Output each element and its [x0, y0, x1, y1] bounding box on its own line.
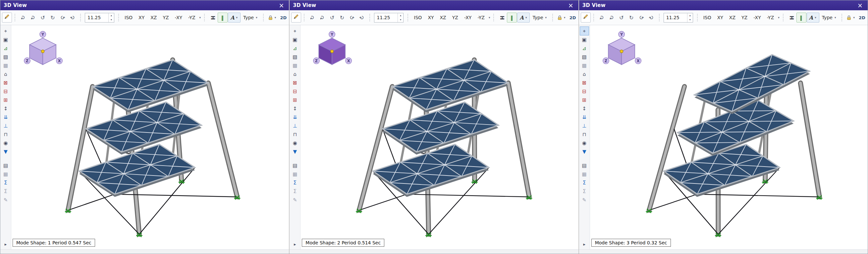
view-minusyz-button[interactable]: -YZ [185, 12, 198, 23]
views-more-icon[interactable]: ▾ [777, 16, 780, 19]
more-tools-icon[interactable]: ▸ [1, 240, 10, 248]
view-iso-button[interactable]: ISO [411, 12, 425, 23]
axis-x-bubble[interactable]: X [56, 58, 63, 64]
node-labels-toggle-icon[interactable]: ⊠ [580, 78, 589, 87]
view-xy-button[interactable]: XY [425, 12, 437, 23]
zoom-decrement-icon[interactable]: ▾ [398, 18, 403, 22]
view-minusxy-button[interactable]: -XY [172, 12, 186, 23]
axis-x-bubble[interactable]: X [345, 58, 352, 64]
titlebar[interactable]: 3D View × [579, 0, 868, 10]
view-yz-button[interactable]: YZ [449, 12, 461, 23]
annotate-cursor-button[interactable] [2, 12, 12, 23]
visibility-toggle-icon[interactable]: ◉ [290, 139, 299, 147]
more-tools-icon[interactable]: ▸ [580, 240, 589, 248]
result-table-icon[interactable]: ▤ [580, 161, 589, 169]
zoom-decrement-icon[interactable]: ▾ [108, 18, 114, 22]
beam-labels-toggle-icon[interactable]: ⊟ [580, 87, 589, 95]
spin-clockwise-button[interactable]: ↻ [644, 10, 658, 25]
plate-labels-toggle-icon[interactable]: ⊞ [580, 96, 589, 104]
section-shape-button[interactable]: H [497, 12, 506, 23]
rotate-up-button[interactable]: ↻ [597, 12, 607, 23]
view-minusyz-button[interactable]: -YZ [764, 12, 777, 23]
supports-toggle-icon[interactable]: ⊥ [1, 122, 10, 130]
edit-tool-icon[interactable]: ✎ [290, 196, 299, 204]
supports-toggle-icon[interactable]: ⊥ [580, 122, 589, 130]
dimension-toggle-icon[interactable]: ↕ [1, 104, 10, 113]
visibility-toggle-icon[interactable]: ◉ [1, 139, 10, 147]
structure-query-icon[interactable]: ⌂ [290, 70, 299, 78]
sum-forces-icon[interactable]: Σ [290, 179, 299, 187]
type-dropdown[interactable]: Type ▾ [819, 12, 839, 23]
loads-toggle-icon[interactable]: ⇊ [290, 113, 299, 121]
zoom-spinner[interactable]: 11.25 ▴ ▾ [374, 13, 404, 23]
plate-labels-toggle-icon[interactable]: ⊞ [1, 96, 10, 104]
lock-view-toggle-icon[interactable]: ⊓ [1, 130, 10, 138]
node-display-icon[interactable]: ▣ [580, 35, 589, 44]
annotate-cursor-button[interactable] [291, 12, 301, 23]
supports-toggle-icon[interactable]: ⊥ [290, 122, 299, 130]
view-xy-button[interactable]: XY [714, 12, 726, 23]
annotation-style-button[interactable]: A ▾ [228, 12, 241, 23]
node-display-icon[interactable]: ▣ [1, 35, 10, 44]
rotate-left-button[interactable]: ↺ [617, 12, 626, 23]
viewport-3d[interactable]: Y X Z Mode Shape: 3 Period 0.32 Sec [590, 25, 868, 249]
result-table-icon[interactable]: ▤ [290, 161, 299, 169]
structure-query-icon[interactable]: ⌂ [1, 70, 10, 78]
view-xy-button[interactable]: XY [135, 12, 148, 23]
visibility-toggle-icon[interactable]: ◉ [580, 139, 589, 147]
views-more-icon[interactable]: ▾ [488, 16, 491, 19]
member-outline-button[interactable]: ‖ [507, 12, 517, 23]
view-xz-button[interactable]: XZ [437, 12, 449, 23]
zoom-decrement-icon[interactable]: ▾ [687, 18, 693, 22]
lock-view-dropdown[interactable]: ▾ [266, 12, 278, 23]
rotate-down-button[interactable]: ↺ [607, 12, 617, 23]
section-shape-button[interactable]: H [786, 12, 796, 23]
view-yz-button[interactable]: YZ [739, 12, 750, 23]
edit-tool-icon[interactable]: ✎ [1, 196, 10, 204]
zoom-increment-icon[interactable]: ▴ [687, 13, 693, 18]
member-outline-button[interactable]: ‖ [218, 12, 227, 23]
type-dropdown[interactable]: Type ▾ [241, 12, 260, 23]
close-icon[interactable]: × [856, 2, 864, 9]
viewport-3d[interactable]: Y X Z Mode Shape: 1 Period 0.547 Sec [11, 25, 289, 249]
axis-y-bubble[interactable]: Y [40, 31, 46, 37]
filter-results-icon[interactable]: ▼ [1, 147, 10, 156]
beam-labels-toggle-icon[interactable]: ⊟ [1, 87, 10, 95]
edit-tool-icon[interactable]: ✎ [580, 196, 589, 204]
titlebar[interactable]: 3D View × [0, 0, 289, 10]
loads-toggle-icon[interactable]: ⇊ [1, 113, 10, 121]
result-table-icon[interactable]: ▤ [1, 161, 10, 169]
view-orientation-cube[interactable]: Y X Z [602, 30, 642, 72]
zoom-value[interactable]: 11.25 [664, 13, 687, 22]
annotate-cursor-button[interactable] [581, 12, 591, 23]
rotate-up-button[interactable]: ↻ [18, 12, 28, 23]
toolbar-overflow-icon[interactable]: ▾ [578, 16, 579, 20]
view-orientation-cube[interactable]: Y X Z [24, 30, 64, 72]
axis-y-bubble[interactable]: Y [329, 31, 335, 37]
section-shape-button[interactable]: H [207, 12, 217, 23]
sum-forces-icon[interactable]: Σ [1, 179, 10, 187]
zoom-spinner[interactable]: 11.25 ▴ ▾ [663, 13, 693, 23]
annotate-tool-icon[interactable]: ⌖ [580, 27, 589, 35]
solid-display-icon[interactable]: ▩ [290, 61, 299, 69]
view-minusxy-button[interactable]: -XY [461, 12, 475, 23]
view-xz-button[interactable]: XZ [726, 12, 739, 23]
annotation-style-button[interactable]: A ▾ [807, 12, 819, 23]
structure-query-icon[interactable]: ⌂ [580, 70, 589, 78]
axis-z-bubble[interactable]: Z [313, 58, 320, 64]
views-more-icon[interactable]: ▾ [199, 16, 202, 19]
plate-display-icon[interactable]: ▧ [290, 53, 299, 61]
beam-display-icon[interactable]: ⊿ [580, 44, 589, 52]
lock-view-toggle-icon[interactable]: ⊓ [290, 130, 299, 138]
node-display-icon[interactable]: ▣ [290, 35, 299, 44]
annotation-style-button[interactable]: A ▾ [517, 12, 530, 23]
lock-view-toggle-icon[interactable]: ⊓ [580, 130, 589, 138]
sum-forces-icon[interactable]: Σ [580, 179, 589, 187]
filter-results-icon[interactable]: ▼ [290, 147, 299, 156]
axis-z-bubble[interactable]: Z [24, 58, 30, 64]
render-view-icon[interactable]: ▦ [580, 170, 589, 178]
rotate-up-button[interactable]: ↻ [307, 12, 317, 23]
rotate-left-button[interactable]: ↺ [38, 12, 48, 23]
plate-display-icon[interactable]: ▧ [1, 53, 10, 61]
solid-display-icon[interactable]: ▩ [1, 61, 10, 69]
